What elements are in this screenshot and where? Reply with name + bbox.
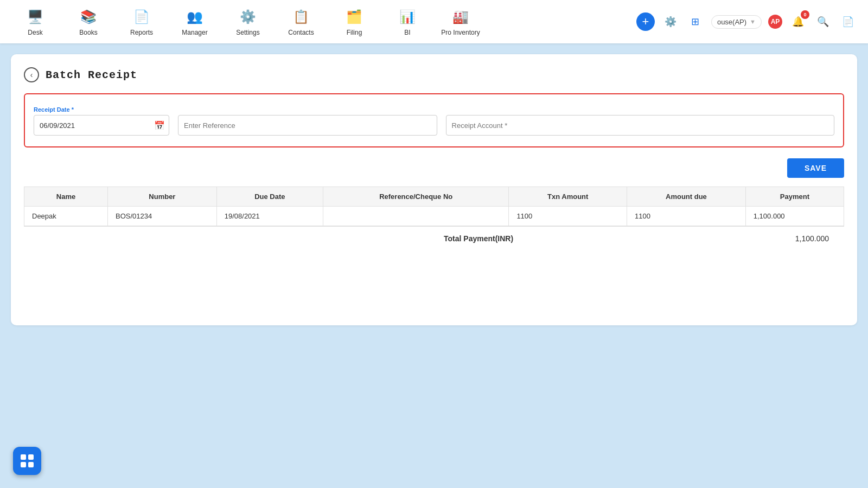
- pro-inventory-icon: 🏭: [451, 7, 470, 27]
- cell-number: BOS/01234: [108, 207, 217, 226]
- date-wrapper: 📅: [34, 115, 169, 136]
- nav-item-desk[interactable]: 🖥️ Desk: [11, 3, 60, 41]
- nav-right-group: + ⚙️ ⊞ ouse(AP) ▼ AP 🔔 0 🔍 📄: [636, 12, 857, 31]
- form-row: Receipt Date * 📅: [34, 105, 834, 136]
- chevron-down-icon: ▼: [750, 18, 756, 25]
- grid-button[interactable]: ⊞: [686, 12, 705, 31]
- nav-label-bi: BI: [404, 29, 410, 36]
- books-icon: 📚: [79, 7, 98, 27]
- table-header-row: Name Number Due Date Reference/Cheque No…: [24, 187, 844, 207]
- desk-icon: 🖥️: [25, 7, 45, 27]
- col-txn-amount: Txn Amount: [509, 187, 627, 207]
- col-reference-cheque: Reference/Cheque No: [323, 187, 509, 207]
- nav-item-settings[interactable]: ⚙️ Settings: [224, 3, 272, 41]
- cell-reference-cheque: [323, 207, 509, 226]
- receipt-date-label: Receipt Date *: [34, 106, 169, 113]
- form-section: Receipt Date * 📅: [24, 93, 844, 147]
- total-row: Total Payment(INR) 1,100.000: [24, 226, 844, 251]
- cell-amount-due: 1100: [627, 207, 746, 226]
- nav-item-reports[interactable]: 📄 Reports: [117, 3, 166, 41]
- reports-icon: 📄: [132, 7, 151, 27]
- total-label: Total Payment(INR): [444, 234, 513, 243]
- nav-item-books[interactable]: 📚 Books: [64, 3, 113, 41]
- back-arrow-icon: ‹: [30, 70, 33, 79]
- nav-item-filing[interactable]: 🗂️ Filing: [330, 3, 379, 41]
- table-row: Deepak BOS/01234 19/08/2021 1100 1100 1,…: [24, 207, 844, 226]
- nav-label-reports: Reports: [130, 29, 153, 36]
- nav-label-contacts: Contacts: [288, 29, 314, 36]
- col-payment: Payment: [745, 187, 844, 207]
- notification-count: 0: [801, 10, 809, 19]
- nav-label-books: Books: [79, 29, 97, 36]
- nav-label-pro-inventory: Pro Inventory: [441, 29, 480, 36]
- receipt-table: Name Number Due Date Reference/Cheque No…: [24, 187, 844, 226]
- page-title: Batch Receipt: [46, 69, 137, 81]
- cell-name: Deepak: [24, 207, 108, 226]
- reference-input[interactable]: [178, 115, 437, 136]
- reference-field: [178, 105, 437, 136]
- nav-item-bi[interactable]: 📊 BI: [383, 3, 432, 41]
- contacts-icon: 📋: [291, 7, 311, 27]
- document-button[interactable]: 📄: [839, 12, 857, 31]
- search-button[interactable]: 🔍: [814, 12, 832, 31]
- save-button[interactable]: SAVE: [787, 158, 844, 178]
- fab-button[interactable]: [13, 447, 41, 475]
- cell-payment: 1,100.000: [745, 207, 844, 226]
- col-name: Name: [24, 187, 108, 207]
- receipt-date-field: Receipt Date * 📅: [34, 106, 169, 136]
- receipt-account-input[interactable]: [446, 115, 834, 136]
- account-name: ouse(AP): [717, 18, 746, 26]
- cell-due-date: 19/08/2021: [216, 207, 323, 226]
- main-content: ‹ Batch Receipt Receipt Date * 📅: [0, 43, 868, 488]
- gear-button[interactable]: ⚙️: [661, 12, 680, 31]
- save-button-wrapper: SAVE: [24, 158, 844, 178]
- cell-txn-amount: 1100: [509, 207, 627, 226]
- col-amount-due: Amount due: [627, 187, 746, 207]
- notification-button[interactable]: 🔔 0: [789, 12, 807, 31]
- col-number: Number: [108, 187, 217, 207]
- avatar[interactable]: AP: [768, 15, 782, 29]
- fab-grid-icon: [20, 453, 35, 468]
- nav-item-pro-inventory[interactable]: 🏭 Pro Inventory: [436, 3, 485, 41]
- back-button[interactable]: ‹: [24, 67, 39, 82]
- top-navigation: 🖥️ Desk 📚 Books 📄 Reports 👥 Manager ⚙️ S…: [0, 0, 868, 43]
- filing-icon: 🗂️: [344, 7, 364, 27]
- nav-label-manager: Manager: [182, 29, 207, 36]
- col-due-date: Due Date: [216, 187, 323, 207]
- table-body: Deepak BOS/01234 19/08/2021 1100 1100 1,…: [24, 207, 844, 226]
- batch-receipt-card: ‹ Batch Receipt Receipt Date * 📅: [11, 54, 857, 325]
- account-selector[interactable]: ouse(AP) ▼: [711, 15, 762, 29]
- nav-label-settings: Settings: [236, 29, 259, 36]
- manager-icon: 👥: [185, 7, 205, 27]
- total-value: 1,100.000: [795, 234, 837, 243]
- receipt-date-input[interactable]: [34, 115, 169, 136]
- nav-label-filing: Filing: [347, 29, 362, 36]
- calendar-icon[interactable]: 📅: [154, 120, 165, 131]
- receipt-account-field: [446, 105, 834, 136]
- add-button[interactable]: +: [636, 12, 655, 31]
- nav-label-desk: Desk: [28, 29, 42, 36]
- table-header: Name Number Due Date Reference/Cheque No…: [24, 187, 844, 207]
- nav-item-contacts[interactable]: 📋 Contacts: [277, 3, 326, 41]
- page-header: ‹ Batch Receipt: [24, 67, 844, 82]
- settings-icon: ⚙️: [238, 7, 258, 27]
- bi-icon: 📊: [398, 7, 417, 27]
- nav-items-group: 🖥️ Desk 📚 Books 📄 Reports 👥 Manager ⚙️ S…: [11, 3, 636, 41]
- nav-item-manager[interactable]: 👥 Manager: [170, 3, 219, 41]
